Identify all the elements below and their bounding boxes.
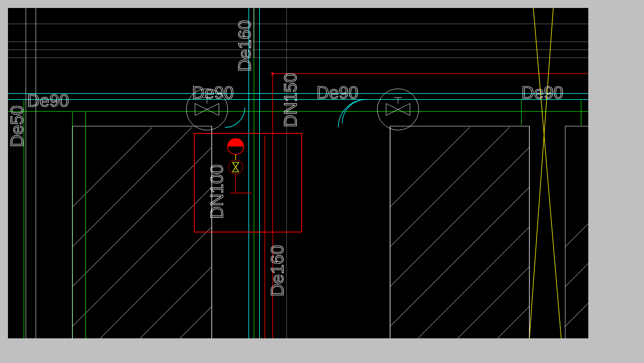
svg-line-23: [446, 127, 588, 338]
svg-line-18: [509, 127, 588, 338]
building-outline: [72, 126, 212, 338]
svg-line-4: [8, 127, 232, 338]
cad-drawing-viewport[interactable]: De90 De90 De90 De90 De50 De160 De160 DN1…: [8, 8, 588, 338]
hatch-pattern: [446, 127, 588, 338]
svg-line-6: [8, 127, 192, 338]
label-dn100: DN100: [207, 164, 226, 219]
label-de90: De90: [192, 83, 234, 102]
fire-hydrant-symbol: [228, 139, 244, 154]
label-de90: De90: [521, 83, 563, 102]
svg-line-8: [8, 127, 152, 338]
svg-line-9: [192, 127, 431, 338]
svg-line-16: [470, 127, 588, 338]
hatch-pattern: [231, 127, 588, 338]
label-de90: De90: [316, 83, 358, 102]
label-de90: De90: [27, 91, 69, 110]
gate-valve-symbol: [377, 89, 419, 130]
small-gate-valve: [228, 154, 243, 174]
label-de160: De160: [267, 245, 287, 297]
label-de50: De50: [8, 105, 27, 147]
svg-line-5: [112, 127, 351, 338]
svg-line-3: [72, 127, 311, 338]
label-dn150: DN150: [281, 73, 300, 127]
label-de160: De160: [235, 20, 254, 72]
svg-line-17: [231, 127, 470, 338]
hatch-pattern: [8, 127, 431, 338]
svg-line-14: [430, 127, 588, 338]
svg-line-13: [310, 127, 549, 338]
building-outline: [390, 126, 529, 338]
svg-line-7: [152, 127, 391, 338]
